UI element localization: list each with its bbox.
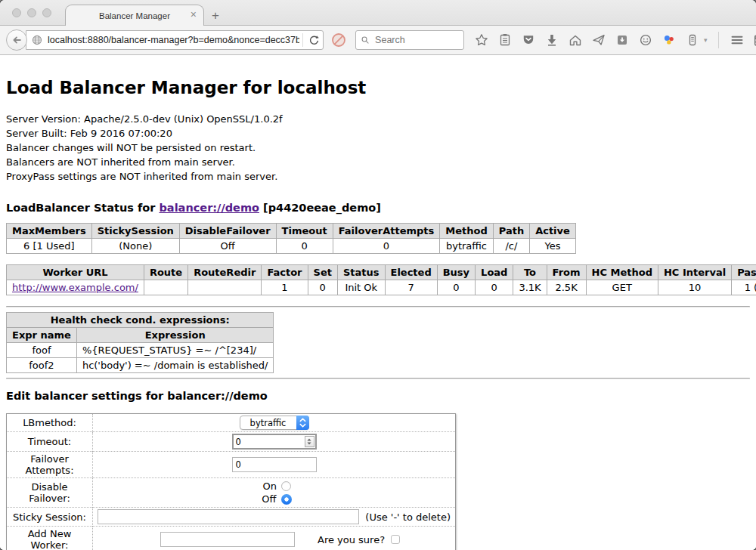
timeout-label: Timeout:: [7, 432, 93, 452]
add-worker-input[interactable]: [160, 532, 295, 547]
failover-attempts-label: Failover Attempts:: [7, 452, 93, 478]
home-icon[interactable]: [568, 32, 583, 48]
are-you-sure-label: Are you sure?: [318, 534, 385, 545]
save-to-device-icon[interactable]: [615, 32, 630, 48]
balancers-note-line: Balancers are NOT inherited from main se…: [6, 155, 750, 169]
table-row: http://www.example.com/ 1 0 Init Ok 7 0 …: [7, 280, 756, 295]
col-expression: Expression: [76, 328, 274, 343]
navigation-toolbar: localhost:8880/balancer-manager?b=demo&n…: [0, 25, 756, 55]
col-stickysession: StickySession: [91, 224, 179, 239]
worker-table: Worker URL Route RouteRedir Factor Set S…: [6, 264, 756, 295]
col-status: Status: [337, 265, 385, 280]
col-elected: Elected: [385, 265, 437, 280]
sticky-session-row: Sticky Session: (Use '-' to delete): [7, 508, 456, 527]
persist-note-line: Balancer changes will NOT be persisted o…: [6, 141, 750, 155]
health-table-title: Health check cond. expressions:: [7, 313, 274, 328]
cell-expression: %{REQUEST_STATUS} =~ /^[234]/: [76, 343, 274, 358]
col-set: Set: [308, 265, 337, 280]
cell-expression: hc('body') =~ /domain is established/: [76, 358, 274, 373]
cell-expr-name: foof2: [7, 358, 77, 373]
minimize-window-icon[interactable]: [27, 8, 36, 17]
cell-busy: 0: [437, 280, 475, 295]
col-routeredir: RouteRedir: [188, 265, 262, 280]
col-failoverattempts: FailoverAttempts: [333, 224, 440, 239]
cell-hc-method: GET: [586, 280, 658, 295]
status-heading-suffix: [p4420eeae_demo]: [259, 202, 381, 214]
reload-icon: [308, 35, 320, 46]
reading-list-icon[interactable]: [497, 32, 513, 48]
pocket-icon[interactable]: [521, 32, 536, 48]
container-icon[interactable]: [685, 32, 700, 48]
lbmethod-selected-value: bytraffic: [240, 418, 296, 428]
cell-timeout: 0: [276, 239, 333, 254]
cell-maxmembers: 6 [1 Used]: [7, 239, 92, 254]
timeout-value: 0: [234, 437, 305, 447]
server-built-line: Server Built: Feb 9 2016 07:00:20: [6, 126, 750, 141]
add-worker-label: Add New Worker:: [7, 527, 93, 550]
disable-failover-on-radio[interactable]: [281, 481, 291, 491]
col-expr-name: Expr name: [7, 328, 77, 343]
disable-failover-off-radio[interactable]: [281, 494, 292, 505]
table-header-row: MaxMembers StickySession DisableFailover…: [7, 224, 576, 239]
zoom-window-icon[interactable]: [42, 8, 51, 17]
reload-button[interactable]: [306, 32, 321, 48]
search-input[interactable]: [373, 34, 459, 46]
tab-close-icon[interactable]: ×: [191, 9, 197, 20]
lbmethod-label: LBmethod:: [7, 414, 93, 432]
cell-passes: 1 (0): [732, 280, 756, 295]
edit-settings-heading: Edit balancer settings for balancer://de…: [6, 390, 750, 402]
number-spinner-icon[interactable]: [305, 436, 314, 447]
url-text[interactable]: localhost:8880/balancer-manager?b=demo&n…: [48, 35, 299, 45]
tab-bar: Balancer Manager × +: [0, 0, 756, 25]
back-icon: [11, 34, 23, 46]
search-bar[interactable]: [355, 30, 464, 50]
cell-set: 0: [308, 280, 337, 295]
col-worker-url: Worker URL: [7, 265, 144, 280]
page-content: Load Balancer Manager for localhost Serv…: [0, 55, 756, 550]
downloads-icon[interactable]: [544, 32, 559, 48]
tab-balancer-manager[interactable]: Balancer Manager ×: [65, 5, 204, 26]
cell-elected: 7: [385, 280, 437, 295]
toolbar-divider: [718, 32, 719, 48]
table-row: foof %{REQUEST_STATUS} =~ /^[234]/: [7, 343, 274, 358]
balancer-settings-form: LBmethod: bytraffic Timeout: 0: [6, 413, 456, 550]
add-worker-row: Add New Worker: Are you sure?: [7, 527, 456, 550]
container-caret-icon[interactable]: ▾: [704, 36, 708, 44]
messenger-icon[interactable]: [638, 32, 653, 48]
new-tab-icon[interactable]: +: [212, 9, 219, 22]
col-path: Path: [493, 224, 529, 239]
browser-window: Balancer Manager × + localhost:8880/bala…: [0, 0, 756, 550]
menu-icon[interactable]: [730, 32, 745, 48]
sticky-session-input[interactable]: [98, 509, 359, 524]
server-info: Server Version: Apache/2.5.0-dev (Unix) …: [6, 112, 750, 184]
window-controls: [12, 8, 51, 17]
block-icon: [331, 32, 346, 48]
cell-method: bytraffic: [440, 239, 493, 254]
url-bar[interactable]: localhost:8880/balancer-manager?b=demo&n…: [26, 30, 324, 50]
col-maxmembers: MaxMembers: [7, 224, 92, 239]
send-icon[interactable]: [591, 32, 606, 48]
cell-hc-interval: 10: [658, 280, 731, 295]
search-icon: [361, 35, 370, 45]
tiles-icon[interactable]: [753, 32, 756, 48]
lbmethod-select[interactable]: bytraffic: [240, 416, 309, 430]
col-to: To: [513, 265, 547, 280]
col-hc-method: HC Method: [586, 265, 658, 280]
worker-url-link[interactable]: http://www.example.com/: [12, 282, 138, 293]
timeout-input[interactable]: 0: [232, 434, 317, 450]
content-blocker-button[interactable]: [331, 32, 346, 48]
col-hc-interval: HC Interval: [658, 265, 731, 280]
back-button[interactable]: [6, 29, 27, 51]
globe-icon: [31, 34, 43, 46]
are-you-sure-checkbox[interactable]: [391, 535, 400, 544]
close-window-icon[interactable]: [12, 8, 21, 17]
cell-path: /c/: [493, 239, 529, 254]
col-disablefailover: DisableFailover: [179, 224, 276, 239]
col-from: From: [547, 265, 586, 280]
cell-to: 3.1K: [513, 280, 547, 295]
colors-icon[interactable]: [662, 32, 677, 48]
balancer-demo-link[interactable]: balancer://demo: [159, 202, 259, 214]
table-title-row: Health check cond. expressions:: [7, 313, 274, 328]
bookmark-star-icon[interactable]: [474, 32, 489, 48]
failover-attempts-input[interactable]: 0: [232, 457, 317, 472]
